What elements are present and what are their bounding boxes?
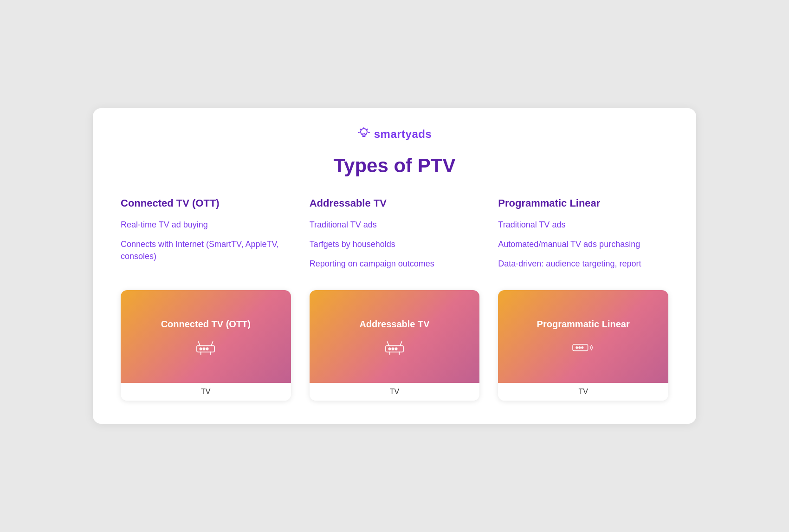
addressable-bullet-2: Tarfgets by households — [310, 238, 480, 250]
column-addressable: Addressable TV Traditional TV ads Tarfge… — [310, 197, 480, 270]
cards-row: Connected TV (OTT) — [121, 290, 668, 401]
main-card: smartyads Types of PTV Connected TV (OTT… — [93, 108, 696, 424]
svg-point-13 — [392, 348, 394, 350]
ctv-bullet-1: Real-time TV ad buying — [121, 219, 291, 231]
column-programmatic: Programmatic Linear Traditional TV ads A… — [498, 197, 668, 270]
column-ctv: Connected TV (OTT) Real-time TV ad buyin… — [121, 197, 291, 270]
programmatic-bullet-3: Data-driven: audience targeting, report — [498, 258, 668, 270]
svg-line-3 — [211, 342, 213, 346]
addressable-bullet-3: Reporting on campaign outcomes — [310, 258, 480, 270]
svg-point-19 — [579, 347, 581, 349]
svg-point-20 — [582, 347, 583, 349]
card-ctv-inner: Connected TV (OTT) — [121, 290, 291, 383]
card-addressable-inner: Addressable TV — [310, 290, 480, 383]
svg-point-5 — [203, 348, 205, 350]
card-ctv-footer: TV — [121, 383, 291, 401]
programmatic-heading: Programmatic Linear — [498, 197, 668, 209]
svg-point-14 — [395, 348, 397, 350]
ctv-heading: Connected TV (OTT) — [121, 197, 291, 209]
svg-line-11 — [400, 342, 401, 346]
logo-text: smartyads — [374, 128, 432, 141]
addressable-bullet-1: Traditional TV ads — [310, 219, 480, 231]
card-programmatic: Programmatic Linear TV — [498, 290, 668, 401]
remote-icon — [571, 338, 595, 358]
logo-bulb-icon — [357, 127, 370, 142]
svg-point-4 — [200, 348, 202, 350]
svg-point-12 — [388, 348, 390, 350]
logo-row: smartyads — [121, 127, 668, 142]
card-addressable-footer: TV — [310, 383, 480, 401]
programmatic-bullets: Traditional TV ads Automated/manual TV a… — [498, 219, 668, 270]
svg-line-10 — [387, 342, 388, 346]
page-title: Types of PTV — [121, 155, 668, 177]
card-programmatic-footer: TV — [498, 383, 668, 401]
addressable-bullets: Traditional TV ads Tarfgets by household… — [310, 219, 480, 270]
card-addressable-title: Addressable TV — [359, 319, 429, 330]
card-ctv-title: Connected TV (OTT) — [161, 319, 251, 330]
ctv-bullet-2: Connects with Internet (SmartTV, AppleTV… — [121, 238, 291, 262]
card-ctv: Connected TV (OTT) — [121, 290, 291, 401]
programmatic-bullet-1: Traditional TV ads — [498, 219, 668, 231]
card-addressable: Addressable TV TV — [310, 290, 480, 401]
programmatic-bullet-2: Automated/manual TV ads purchasing — [498, 238, 668, 250]
ctv-bullets: Real-time TV ad buying Connects with Int… — [121, 219, 291, 262]
columns-section: Connected TV (OTT) Real-time TV ad buyin… — [121, 197, 668, 270]
card-programmatic-inner: Programmatic Linear — [498, 290, 668, 383]
svg-line-2 — [199, 342, 200, 346]
addressable-heading: Addressable TV — [310, 197, 480, 209]
router-icon-2 — [382, 338, 407, 358]
svg-point-18 — [576, 347, 578, 349]
router-icon — [194, 338, 218, 358]
card-programmatic-title: Programmatic Linear — [537, 319, 630, 330]
svg-point-6 — [207, 348, 208, 350]
